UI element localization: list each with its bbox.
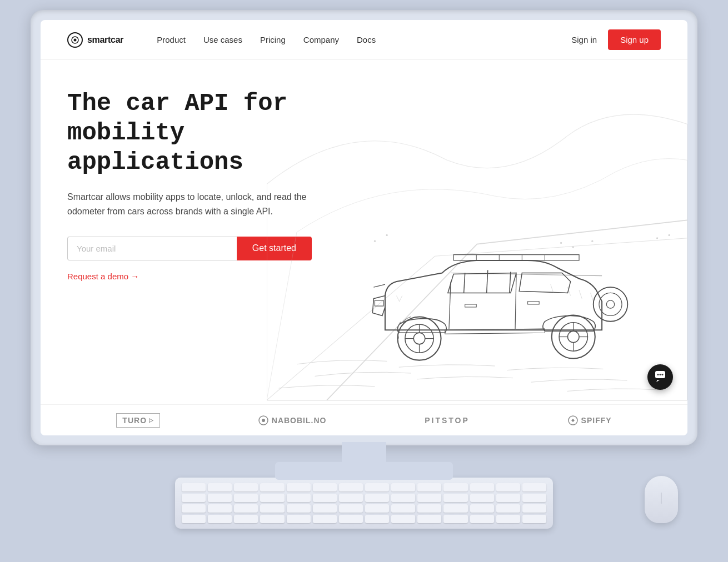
key — [208, 494, 232, 502]
svg-point-37 — [262, 419, 265, 422]
nav-links: Product Use cases Pricing Company Docs — [157, 35, 376, 45]
logo-link[interactable]: smartcar — [67, 32, 123, 48]
svg-point-31 — [669, 234, 670, 236]
key — [496, 504, 520, 513]
key — [313, 504, 337, 513]
turo-label: TURO — [122, 416, 147, 425]
svg-point-1 — [74, 38, 77, 41]
svg-point-25 — [386, 234, 388, 236]
chat-widget[interactable] — [647, 364, 673, 390]
email-input[interactable] — [67, 237, 237, 260]
key — [182, 494, 206, 502]
client-turo: TURO — [116, 413, 160, 428]
key — [365, 504, 389, 513]
key — [182, 504, 206, 513]
key — [313, 494, 337, 502]
key — [496, 515, 520, 523]
key — [365, 483, 389, 491]
key — [470, 494, 494, 502]
clients-bar: TURO Nabobil.no PITSTOP spiffy — [41, 404, 687, 435]
hero-illustration — [267, 60, 687, 404]
keyboard — [175, 478, 553, 529]
svg-point-4 — [414, 333, 426, 344]
nabobil-label: Nabobil.no — [272, 416, 327, 425]
spiffy-label: spiffy — [581, 416, 612, 425]
nav-docs[interactable]: Docs — [357, 35, 376, 44]
key — [391, 494, 415, 502]
key — [496, 494, 520, 502]
nav-actions: Sign in Sign up — [571, 29, 661, 50]
key — [260, 483, 284, 491]
logo-icon — [67, 32, 83, 48]
nav-company[interactable]: Company — [303, 35, 339, 44]
nav-use-cases[interactable]: Use cases — [203, 35, 242, 44]
signup-button[interactable]: Sign up — [608, 29, 661, 50]
key — [260, 515, 284, 523]
key — [234, 494, 258, 502]
svg-point-18 — [607, 300, 615, 308]
key — [208, 504, 232, 513]
svg-point-28 — [592, 240, 594, 242]
svg-point-27 — [572, 246, 574, 248]
client-nabobil: Nabobil.no — [258, 415, 327, 425]
svg-point-11 — [568, 331, 580, 343]
key — [182, 483, 206, 491]
key — [287, 515, 311, 523]
svg-point-34 — [660, 374, 661, 375]
key — [443, 504, 467, 513]
key — [496, 483, 520, 491]
svg-point-16 — [594, 287, 628, 322]
key — [234, 483, 258, 491]
key — [470, 483, 494, 491]
key — [287, 494, 311, 502]
chat-icon — [654, 370, 666, 385]
key — [287, 483, 311, 491]
key — [443, 494, 467, 502]
key — [313, 483, 337, 491]
key — [470, 515, 494, 523]
hero-section: The car API for mobility applications Sm… — [41, 60, 687, 404]
key — [208, 483, 232, 491]
key — [522, 515, 546, 523]
key — [339, 483, 363, 491]
mouse — [645, 476, 678, 523]
client-spiffy: spiffy — [568, 415, 612, 425]
key — [339, 504, 363, 513]
client-pitstop: PITSTOP — [425, 416, 470, 425]
svg-point-35 — [662, 374, 664, 375]
scene: smartcar Product Use cases Pricing Compa… — [0, 0, 728, 562]
svg-point-26 — [560, 242, 562, 244]
navbar: smartcar Product Use cases Pricing Compa… — [41, 20, 687, 60]
key — [522, 483, 546, 491]
logo-text: smartcar — [87, 35, 123, 45]
nav-pricing[interactable]: Pricing — [260, 35, 286, 44]
key — [234, 504, 258, 513]
monitor-screen: smartcar Product Use cases Pricing Compa… — [41, 20, 687, 435]
key — [260, 504, 284, 513]
svg-point-33 — [657, 374, 659, 375]
website: smartcar Product Use cases Pricing Compa… — [41, 20, 687, 435]
svg-point-30 — [656, 237, 658, 239]
pitstop-label: PITSTOP — [425, 416, 470, 425]
nav-product[interactable]: Product — [157, 35, 186, 44]
key — [417, 515, 441, 523]
key — [365, 515, 389, 523]
monitor-stand-neck — [342, 442, 386, 463]
monitor: smartcar Product Use cases Pricing Compa… — [31, 10, 697, 445]
key — [182, 515, 206, 523]
key — [260, 494, 284, 502]
key — [522, 494, 546, 502]
key — [417, 494, 441, 502]
key — [339, 494, 363, 502]
key — [443, 483, 467, 491]
key — [522, 504, 546, 513]
key — [234, 515, 258, 523]
svg-point-2 — [398, 317, 441, 360]
key — [365, 494, 389, 502]
key — [391, 515, 415, 523]
svg-point-9 — [552, 315, 595, 358]
key — [391, 504, 415, 513]
key — [470, 504, 494, 513]
svg-point-24 — [374, 240, 376, 242]
signin-button[interactable]: Sign in — [571, 35, 597, 44]
